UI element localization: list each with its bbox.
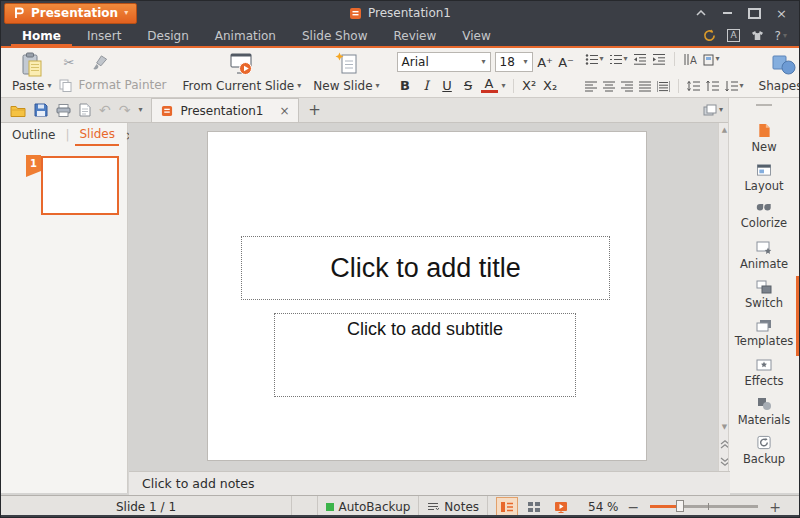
redo-icon[interactable]: ↷ xyxy=(119,102,131,118)
format-painter-button[interactable]: Format Painter xyxy=(59,78,166,92)
notes-toggle[interactable]: Notes xyxy=(418,496,487,517)
zoom-out-button[interactable]: − xyxy=(624,499,644,515)
font-color-caret-icon[interactable]: ▾ xyxy=(502,82,506,90)
bullet-list-button[interactable]: ▾ xyxy=(585,53,604,66)
from-current-slide-button[interactable]: From Current Slide▾ xyxy=(177,51,308,94)
text-direction-button[interactable]: A xyxy=(683,53,698,66)
tab-slides[interactable]: Slides xyxy=(75,124,119,146)
font-color-button[interactable]: A xyxy=(481,78,498,93)
materials-icon xyxy=(756,396,772,411)
menu-tab-view[interactable]: View xyxy=(449,25,503,46)
decrease-font-button[interactable]: A⁻ xyxy=(558,55,575,70)
slide-thumbnail-wrap: 1 xyxy=(41,156,119,215)
maximize-button[interactable] xyxy=(741,2,768,24)
titlebar: Presentation ▾ Presentation1 × xyxy=(1,1,799,25)
subtitle-placeholder[interactable]: Click to add subtitle xyxy=(274,313,576,397)
spellcheck-icon[interactable]: A xyxy=(727,29,739,42)
minimize-button[interactable] xyxy=(714,2,741,24)
sidebar-item-templates[interactable]: Templates xyxy=(729,314,799,353)
zoom-slider[interactable] xyxy=(650,505,758,508)
sidebar-item-switch[interactable]: Switch xyxy=(729,275,799,314)
slide-number-badge: 1 xyxy=(26,155,41,171)
colorize-icon xyxy=(756,203,772,214)
underline-button[interactable]: U xyxy=(439,78,456,93)
paragraph-spacing-decrease-button[interactable]: ▾ xyxy=(725,80,744,92)
tab-list-button[interactable]: ▾ xyxy=(703,98,730,122)
font-name-select[interactable]: Arial▾ xyxy=(397,52,491,72)
align-center-button[interactable] xyxy=(603,81,616,92)
print-preview-icon[interactable] xyxy=(79,103,91,117)
subscript-button[interactable]: X₂ xyxy=(542,78,559,93)
font-size-select[interactable]: 18▾ xyxy=(495,52,533,72)
title-placeholder[interactable]: Click to add title xyxy=(241,236,610,300)
insert-group: Shapes▾ ▾ Arrange▾ xyxy=(748,48,800,97)
zoom-in-button[interactable]: + xyxy=(765,499,785,515)
text-orientation-button[interactable]: ▾ xyxy=(703,53,720,66)
autobackup-status[interactable]: AutoBackup xyxy=(317,496,419,517)
menu-tab-animation[interactable]: Animation xyxy=(202,25,289,46)
open-file-icon[interactable] xyxy=(10,104,26,117)
shapes-button[interactable]: Shapes▾ xyxy=(753,51,800,94)
sidebar-item-effects[interactable]: Effects xyxy=(729,353,799,392)
new-slide-button[interactable]: New Slide▾ xyxy=(307,51,385,94)
sidebar-scrollbar-thumb[interactable] xyxy=(796,276,799,356)
shapes-icon xyxy=(772,52,796,75)
line-spacing-button[interactable] xyxy=(687,80,701,92)
align-left-button[interactable] xyxy=(585,81,598,92)
menubar-right-icons: A ?▾ xyxy=(703,25,799,46)
svg-text:A: A xyxy=(690,55,697,66)
copy-icon[interactable] xyxy=(59,79,72,92)
superscript-button[interactable]: X² xyxy=(521,78,538,93)
skin-icon[interactable] xyxy=(751,30,764,41)
tab-outline[interactable]: Outline xyxy=(8,125,59,145)
menu-tab-home[interactable]: Home xyxy=(9,25,74,46)
menu-tab-slide-show[interactable]: Slide Show xyxy=(289,25,380,46)
font-size-caret-icon: ▾ xyxy=(524,58,528,66)
save-icon[interactable] xyxy=(34,103,48,117)
numbered-list-button[interactable]: ▾ xyxy=(609,53,628,66)
upgrade-icon[interactable] xyxy=(703,29,716,42)
menu-tab-review[interactable]: Review xyxy=(380,25,449,46)
increase-indent-button[interactable] xyxy=(652,53,666,66)
sidebar-collapse-handle[interactable] xyxy=(729,98,799,112)
zoom-slider-thumb[interactable] xyxy=(676,500,684,512)
sidebar-item-backup[interactable]: Backup xyxy=(729,431,799,470)
paste-button[interactable]: Paste▾ xyxy=(6,51,57,94)
sidebar-item-new[interactable]: New xyxy=(729,119,799,158)
menu-tab-design[interactable]: Design xyxy=(134,25,201,46)
new-tab-button[interactable]: + xyxy=(299,98,329,122)
slide-thumbnail[interactable] xyxy=(41,156,119,215)
align-right-button[interactable] xyxy=(621,81,634,92)
help-button[interactable]: ?▾ xyxy=(775,29,787,43)
paragraph-group: ▾ ▾ A ▾ xyxy=(581,48,748,97)
normal-view-button[interactable] xyxy=(496,497,518,516)
document-tab[interactable]: Presentation1 × xyxy=(151,98,299,122)
sidebar-item-animate[interactable]: Animate xyxy=(729,236,799,275)
sidebar-item-materials[interactable]: Materials xyxy=(729,392,799,431)
increase-font-button[interactable]: A⁺ xyxy=(537,55,554,70)
slideshow-view-button[interactable] xyxy=(550,497,572,516)
app-menu-button[interactable]: Presentation ▾ xyxy=(4,3,137,24)
mini-separator xyxy=(678,79,679,93)
strikethrough-button[interactable]: S xyxy=(460,78,477,93)
close-window-button[interactable]: × xyxy=(768,2,795,24)
print-icon[interactable] xyxy=(56,104,71,117)
close-tab-icon[interactable]: × xyxy=(279,104,289,118)
help-caret-icon: ▾ xyxy=(783,32,787,40)
italic-button[interactable]: I xyxy=(418,78,435,93)
paragraph-spacing-increase-button[interactable] xyxy=(706,80,720,92)
menu-tab-insert[interactable]: Insert xyxy=(74,25,134,46)
decrease-indent-button[interactable] xyxy=(633,53,647,66)
align-justify-button[interactable] xyxy=(639,81,652,92)
shade-window-button[interactable] xyxy=(687,2,714,24)
undo-icon[interactable]: ↶ xyxy=(99,102,111,118)
sidebar-item-colorize[interactable]: Colorize xyxy=(729,197,799,236)
slide-editing-area[interactable]: Click to add title Click to add subtitle xyxy=(208,132,646,460)
align-distributed-button[interactable] xyxy=(657,81,670,92)
slide-sorter-view-button[interactable] xyxy=(523,497,545,516)
quick-access-caret-icon[interactable]: ▾ xyxy=(138,106,142,114)
notes-area[interactable]: Click to add notes xyxy=(129,471,730,495)
sidebar-item-layout[interactable]: Layout xyxy=(729,158,799,197)
cut-icon[interactable]: ✂ xyxy=(63,55,74,70)
bold-button[interactable]: B xyxy=(397,78,414,93)
